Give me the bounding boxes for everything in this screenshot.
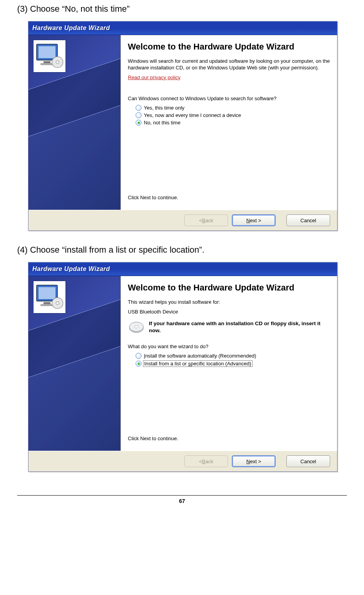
- wizard-dialog-2: Hardware Update Wizard: [28, 262, 337, 472]
- intro-text: This wizard helps you install software f…: [128, 299, 330, 306]
- radio-icon: [136, 112, 141, 118]
- next-button[interactable]: Next >: [232, 214, 276, 226]
- instruction-step-3: (3) Choose “No, not this time”: [17, 4, 347, 14]
- sidebar-graphic: [28, 35, 121, 210]
- insert-media-text: If your hardware came with an installati…: [149, 320, 330, 334]
- radio-icon-selected: [136, 120, 141, 126]
- radio-label: Yes, this time only: [144, 105, 184, 111]
- radio-yes-always[interactable]: Yes, now and every time I connect a devi…: [136, 112, 330, 118]
- radio-label: Yes, now and every time I connect a devi…: [144, 112, 241, 118]
- dialog-heading: Welcome to the Hardware Update Wizard: [128, 41, 330, 52]
- wizard-dialog-1: Hardware Update Wizard: [28, 21, 337, 231]
- intro-text: Windows will search for current and upda…: [128, 58, 330, 71]
- continue-text: Click Next to continue.: [128, 435, 178, 442]
- footer-divider: [17, 495, 347, 496]
- cd-icon: [128, 320, 145, 335]
- instruction-step-4: (4) Choose “install from a list or speci…: [17, 245, 347, 255]
- radio-label: Install from a list or specific location…: [143, 360, 253, 367]
- cancel-button[interactable]: Cancel: [286, 455, 330, 467]
- back-button: < Back: [184, 214, 228, 226]
- titlebar: Hardware Update Wizard: [28, 262, 337, 276]
- question-text: What do you want the wizard to do?: [128, 343, 330, 350]
- radio-label: No, not this time: [144, 120, 180, 126]
- question-text: Can Windows connect to Windows Update to…: [128, 95, 330, 102]
- radio-auto-install[interactable]: Install the software automatically (Reco…: [136, 353, 330, 359]
- svg-point-22: [134, 325, 138, 328]
- radio-icon-selected: [136, 361, 141, 367]
- continue-text: Click Next to continue.: [128, 194, 178, 201]
- cancel-button[interactable]: Cancel: [286, 214, 330, 226]
- dialog-heading: Welcome to the Hardware Update Wizard: [128, 282, 330, 293]
- radio-specific-location[interactable]: Install from a list or specific location…: [136, 360, 330, 367]
- button-bar: < Back Next > Cancel: [28, 210, 337, 230]
- radio-icon: [136, 353, 141, 359]
- next-button[interactable]: Next >: [232, 455, 276, 467]
- titlebar: Hardware Update Wizard: [28, 21, 337, 35]
- radio-icon: [136, 105, 141, 111]
- radio-no[interactable]: No, not this time: [136, 120, 330, 126]
- sidebar-graphic: [28, 276, 121, 451]
- radio-label: Install the software automatically (Reco…: [144, 353, 256, 359]
- button-bar: < Back Next > Cancel: [28, 451, 337, 471]
- device-name: USB Bluetooth Device: [128, 308, 330, 315]
- radio-yes-once[interactable]: Yes, this time only: [136, 105, 330, 111]
- back-button: < Back: [184, 455, 228, 467]
- page-number: 67: [0, 498, 364, 504]
- privacy-link[interactable]: Read our privacy policy: [128, 74, 180, 80]
